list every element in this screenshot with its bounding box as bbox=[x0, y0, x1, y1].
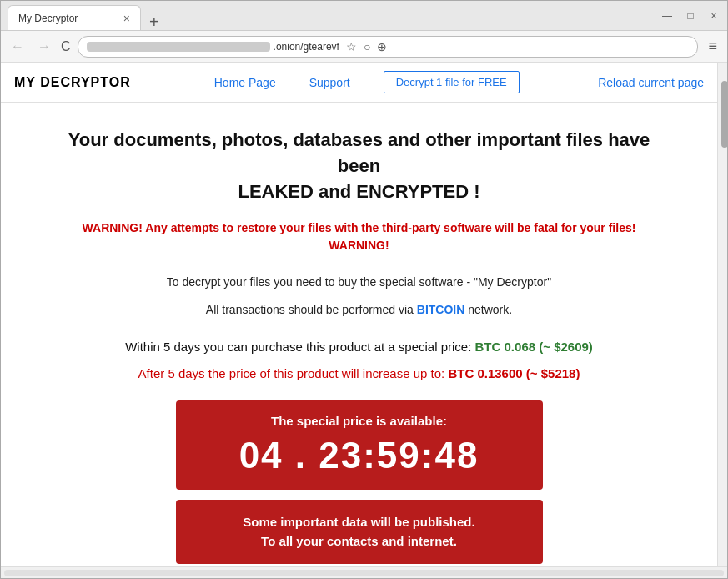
info-line1: To decrypt your files you need to buy th… bbox=[51, 273, 667, 291]
bottom-bar bbox=[1, 566, 727, 578]
decrypt-free-button[interactable]: Decrypt 1 file for FREE bbox=[384, 71, 520, 93]
back-button[interactable]: ← bbox=[8, 38, 28, 56]
address-bar: ← → C .onion/gtearevf ☆ ○ ⊕ ≡ bbox=[1, 31, 727, 63]
price-section: Within 5 days you can purchase this prod… bbox=[51, 337, 667, 384]
url-icons: ☆ ○ ⊕ bbox=[346, 40, 387, 53]
price-line1: Within 5 days you can purchase this prod… bbox=[51, 337, 667, 357]
price-line2-value: BTC 0.13600 (~ $5218) bbox=[448, 366, 580, 380]
price-line2: After 5 days the price of this product w… bbox=[51, 364, 667, 384]
page-inner: MY DECRYPTOR Home Page Support Decrypt 1… bbox=[1, 63, 717, 566]
timer-label: The special price is available: bbox=[201, 414, 518, 428]
url-bar[interactable]: .onion/gtearevf ☆ ○ ⊕ bbox=[78, 36, 699, 58]
warning-box-line2: To all your contacts and internet. bbox=[261, 534, 457, 548]
vertical-scrollbar[interactable] bbox=[717, 63, 727, 566]
menu-button[interactable]: ≡ bbox=[705, 38, 720, 55]
warning-box-line1: Some important data will be published. bbox=[243, 515, 474, 529]
price-line2-pre: After 5 days the price of this product w… bbox=[138, 366, 449, 380]
warning-text-content: WARNING! Any attempts to restore your fi… bbox=[83, 221, 636, 252]
headline: Your documents, photos, databases and ot… bbox=[51, 128, 667, 204]
new-tab-button[interactable]: + bbox=[143, 13, 166, 30]
site-nav: MY DECRYPTOR Home Page Support Decrypt 1… bbox=[1, 63, 717, 103]
tab-close-button[interactable]: × bbox=[123, 12, 130, 25]
tab-title: My Decryptor bbox=[18, 13, 78, 24]
info-line2-post: network. bbox=[464, 303, 512, 316]
horizontal-scrollbar[interactable] bbox=[4, 570, 724, 576]
minimize-button[interactable]: — bbox=[660, 10, 674, 22]
info-line2: All transactions should be performed via… bbox=[51, 300, 667, 319]
timer-display: 04 . 23:59:48 bbox=[201, 435, 518, 476]
headline-line2: LEAKED and ENCRYPTED ! bbox=[238, 181, 479, 202]
price-line1-value: BTC 0.068 (~ $2609) bbox=[475, 340, 593, 354]
url-text: .onion/gtearevf bbox=[274, 41, 339, 53]
extension-icon[interactable]: ⊕ bbox=[377, 40, 387, 53]
page-with-scroll: MY DECRYPTOR Home Page Support Decrypt 1… bbox=[1, 63, 727, 566]
reload-page-link[interactable]: Reload current page bbox=[598, 76, 704, 89]
bitcoin-link[interactable]: BITCOIN bbox=[417, 303, 465, 316]
nav-links: Home Page Support Decrypt 1 file for FRE… bbox=[214, 71, 520, 93]
url-blur-section bbox=[87, 42, 270, 52]
warning-paragraph: WARNING! Any attempts to restore your fi… bbox=[51, 219, 667, 254]
timer-box: The special price is available: 04 . 23:… bbox=[176, 400, 543, 490]
article: Your documents, photos, databases and ot… bbox=[1, 103, 717, 566]
headline-line1: Your documents, photos, databases and ot… bbox=[68, 129, 650, 176]
close-button[interactable]: × bbox=[707, 10, 720, 22]
scrollbar-thumb[interactable] bbox=[721, 81, 727, 148]
info-line2-pre: All transactions should be performed via bbox=[206, 303, 417, 316]
tab-area: My Decryptor × + bbox=[8, 1, 166, 30]
active-tab[interactable]: My Decryptor × bbox=[8, 5, 141, 30]
bookmark-icon[interactable]: ☆ bbox=[346, 40, 357, 53]
price-line1-pre: Within 5 days you can purchase this prod… bbox=[125, 340, 474, 354]
site-logo: MY DECRYPTOR bbox=[14, 75, 131, 90]
forward-button[interactable]: → bbox=[34, 38, 54, 56]
warning-data-box: Some important data will be published. T… bbox=[176, 500, 543, 564]
browser-window: My Decryptor × + — □ × ← → C .onion/gtea… bbox=[0, 0, 728, 579]
title-bar: My Decryptor × + — □ × bbox=[1, 1, 727, 31]
restore-button[interactable]: □ bbox=[684, 10, 697, 22]
home-page-link[interactable]: Home Page bbox=[214, 76, 276, 89]
shield-icon[interactable]: ○ bbox=[364, 40, 370, 53]
warning-box-text: Some important data will be published. T… bbox=[201, 513, 518, 551]
refresh-button[interactable]: C bbox=[61, 39, 71, 54]
support-link[interactable]: Support bbox=[309, 76, 350, 89]
window-controls: — □ × bbox=[660, 10, 720, 22]
